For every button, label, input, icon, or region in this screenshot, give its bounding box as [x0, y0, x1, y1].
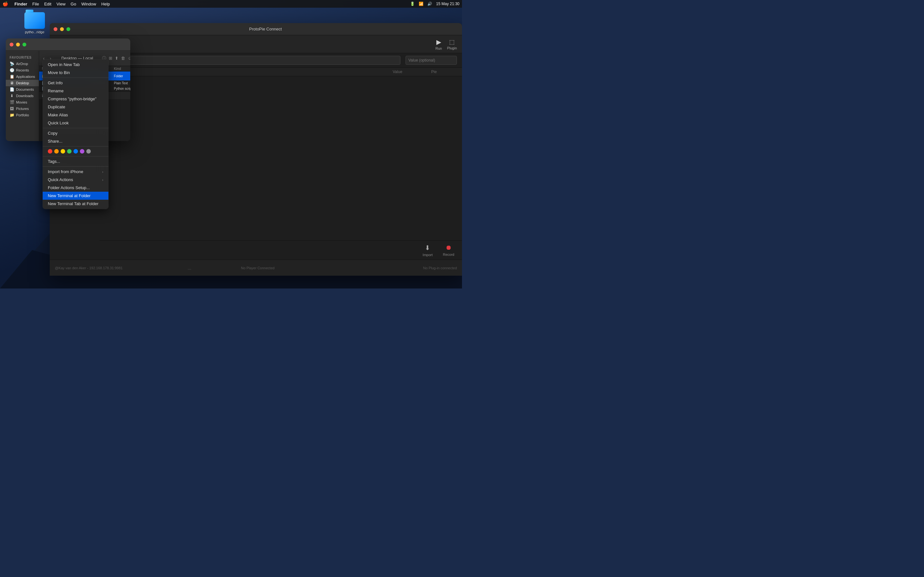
ctx-quick-actions-arrow: › — [102, 178, 103, 182]
pp-status-dots[interactable]: ... — [188, 266, 192, 271]
delete-icon[interactable]: 🗑 — [121, 56, 125, 61]
sidebar-item-portfolio[interactable]: 📁 Portfolio — [6, 112, 39, 118]
ctx-color-purple[interactable] — [80, 149, 84, 153]
ctx-open-new-tab[interactable]: Open in New Tab — [43, 61, 108, 69]
ctx-new-terminal-tab-at-folder[interactable]: New Terminal Tab at Folder — [43, 200, 108, 208]
ctx-duplicate[interactable]: Duplicate — [43, 103, 108, 111]
ctx-get-info[interactable]: Get Info — [43, 79, 108, 87]
sidebar-label-recents: Recents — [16, 68, 29, 72]
sidebar-section-favourites: Favourites — [6, 53, 39, 61]
finder-titlebar — [6, 39, 130, 51]
airdrop-icon: 📡 — [10, 61, 14, 66]
menu-edit[interactable]: Edit — [44, 2, 51, 6]
pp-status-connection: @Kay van den Aker - 192.168.178.31:9981 — [55, 266, 188, 270]
ctx-make-alias-label: Make Alias — [48, 113, 68, 117]
pp-run-button[interactable]: ▶ Run — [435, 38, 442, 50]
finder-sidebar: Favourites 📡 AirDrop 🕐 Recents 📋 Applica… — [6, 51, 39, 141]
pp-plugin-button[interactable]: ⬚ Plugin — [447, 39, 457, 50]
protopie-titlebar: ProtoPie Connect — [50, 23, 462, 35]
pp-minimize-button[interactable] — [60, 27, 64, 31]
ctx-color-yellow[interactable] — [61, 149, 65, 153]
ctx-new-terminal-label: New Terminal at Folder — [48, 193, 90, 198]
ctx-folder-actions-setup[interactable]: Folder Actions Setup... — [43, 184, 108, 192]
pp-status-player: No Player Connected — [191, 266, 324, 270]
ctx-import-from-iphone[interactable]: Import from iPhone › — [43, 168, 108, 176]
desktop-icon: 🖥 — [10, 81, 14, 85]
menu-window[interactable]: Window — [81, 2, 96, 6]
ctx-color-orange[interactable] — [54, 149, 59, 153]
ctx-color-red[interactable] — [48, 149, 52, 153]
sidebar-item-recents[interactable]: 🕐 Recents — [6, 67, 39, 73]
ctx-duplicate-label: Duplicate — [48, 105, 65, 109]
ctx-color-blue[interactable] — [73, 149, 78, 153]
ctx-quick-look[interactable]: Quick Look — [43, 119, 108, 127]
pp-plugin-icon: ⬚ — [449, 39, 455, 45]
pp-th-value: Value — [393, 69, 431, 74]
sidebar-item-desktop[interactable]: 🖥 Desktop — [6, 80, 39, 86]
ctx-separator-2 — [43, 128, 108, 128]
col-header-kind: Kind — [114, 67, 130, 71]
ctx-separator-1 — [43, 77, 108, 78]
pp-close-button[interactable] — [53, 27, 57, 31]
desktop-folder-icon[interactable]: pytho...ridge — [22, 12, 47, 34]
ctx-share-label: Share... — [48, 139, 63, 143]
menu-app-name[interactable]: Finder — [15, 2, 27, 6]
ctx-compress[interactable]: Compress "python-bridge" — [43, 95, 108, 103]
ctx-new-terminal-at-folder[interactable]: New Terminal at Folder — [43, 192, 108, 200]
pp-import-button[interactable]: ⬇ Import — [423, 244, 433, 257]
ctx-rename[interactable]: Rename — [43, 87, 108, 95]
ctx-color-tags — [43, 147, 108, 155]
documents-icon: 📄 — [10, 87, 14, 92]
ctx-share[interactable]: Share... — [43, 137, 108, 145]
ctx-make-alias[interactable]: Make Alias — [43, 111, 108, 119]
ctx-get-info-label: Get Info — [48, 81, 63, 85]
protopie-status-bar: @Kay van den Aker - 192.168.178.31:9981 … — [50, 259, 462, 276]
menu-file[interactable]: File — [32, 2, 39, 6]
ctx-color-gray[interactable] — [86, 149, 91, 153]
sidebar-label-desktop: Desktop — [16, 81, 29, 85]
ctx-quick-actions[interactable]: Quick Actions › — [43, 176, 108, 184]
ctx-separator-4 — [43, 156, 108, 156]
finder-minimize-button[interactable] — [16, 43, 20, 47]
sidebar-item-movies[interactable]: 🎬 Movies — [6, 99, 39, 105]
ctx-separator-3 — [43, 146, 108, 147]
sidebar-item-applications[interactable]: 📋 Applications — [6, 73, 39, 80]
menu-battery-icon: 🔋 — [410, 2, 415, 6]
sidebar-item-downloads[interactable]: ⬇ Downloads — [6, 93, 39, 99]
pp-record-icon: ⏺ — [445, 244, 452, 251]
finder-maximize-button[interactable] — [23, 43, 26, 47]
sidebar-label-pictures: Pictures — [16, 107, 29, 111]
menu-bar-left: 🍎 Finder File Edit View Go Window Help — [3, 1, 110, 6]
pp-status-plugin: No Plug-in connected — [324, 266, 457, 270]
menu-help[interactable]: Help — [102, 2, 110, 6]
ctx-move-to-bin[interactable]: Move to Bin — [43, 69, 108, 77]
sidebar-label-movies: Movies — [16, 100, 27, 104]
folder-icon-shape — [24, 12, 45, 29]
sidebar-item-airdrop[interactable]: 📡 AirDrop — [6, 61, 39, 67]
tag-icon[interactable]: ☺ — [128, 56, 130, 61]
menu-clock: 15 May 21:30 — [436, 2, 459, 6]
finder-close-button[interactable] — [10, 43, 13, 47]
ctx-copy[interactable]: Copy — [43, 129, 108, 137]
menu-view[interactable]: View — [57, 2, 65, 6]
share-icon[interactable]: ⬆ — [115, 56, 118, 61]
pp-record-button[interactable]: ⏺ Record — [443, 244, 454, 256]
ctx-tags[interactable]: Tags... — [43, 157, 108, 165]
ctx-folder-actions-label: Folder Actions Setup... — [48, 185, 90, 190]
menu-go[interactable]: Go — [71, 2, 76, 6]
pp-record-label: Record — [443, 253, 454, 256]
row-kind-2: Python script — [114, 87, 130, 90]
sidebar-item-documents[interactable]: 📄 Documents — [6, 86, 39, 93]
protopie-bottom-actions: ⬇ Import ⏺ Record — [99, 240, 462, 259]
row-kind-0: Folder — [114, 74, 130, 78]
view-icon[interactable]: ⊞ — [109, 56, 112, 61]
pp-import-icon: ⬇ — [425, 244, 430, 251]
ctx-color-green[interactable] — [67, 149, 71, 153]
pp-maximize-button[interactable] — [66, 27, 70, 31]
ctx-separator-5 — [43, 166, 108, 167]
ctx-quick-actions-label: Quick Actions — [48, 177, 73, 182]
sidebar-item-pictures[interactable]: 🖼 Pictures — [6, 105, 39, 112]
menu-wifi-icon: 📶 — [419, 2, 423, 6]
pp-value-input[interactable] — [405, 56, 457, 65]
apple-menu[interactable]: 🍎 — [3, 1, 8, 6]
